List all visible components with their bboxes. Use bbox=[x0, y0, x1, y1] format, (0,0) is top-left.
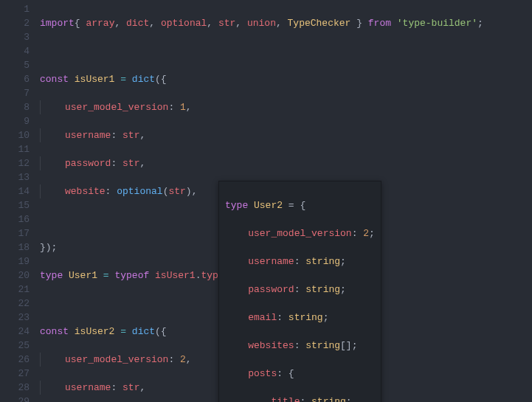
code-line[interactable]: const isUser1 = dict({ bbox=[40, 72, 532, 86]
line-number-gutter: 1234567891011121314151617181920212223242… bbox=[0, 0, 35, 402]
code-line[interactable]: import{ array, dict, optional, str, unio… bbox=[40, 16, 532, 30]
code-line[interactable]: user_model_version: 1, bbox=[40, 100, 532, 114]
code-line[interactable]: password: str, bbox=[40, 156, 532, 170]
code-line[interactable]: username: str, bbox=[40, 128, 532, 142]
type-hover-tooltip: type User2 = { user_model_version: 2; us… bbox=[218, 181, 381, 402]
code-line[interactable] bbox=[40, 44, 532, 58]
